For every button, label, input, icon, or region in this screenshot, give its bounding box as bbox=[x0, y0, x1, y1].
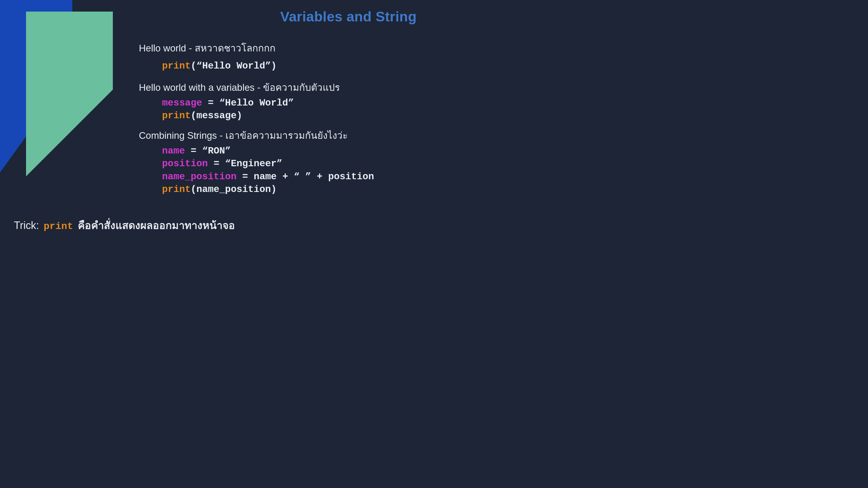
trick-desc: คือคำสั่งแสดงผลออกมาทางหน้าจอ bbox=[78, 217, 235, 234]
code-block-variables: message = “Hello World” print(message) bbox=[162, 97, 423, 123]
code-block-combining: name = “RON” position = “Engineer” name_… bbox=[162, 145, 423, 196]
code-text: = “RON” bbox=[185, 146, 230, 156]
code-keyword: message bbox=[162, 98, 202, 108]
section-heading-combining: Combining Strings - เอาข้อความมารวมกันยั… bbox=[139, 128, 423, 143]
svg-marker-1 bbox=[26, 11, 113, 176]
code-keyword: print bbox=[162, 110, 191, 121]
code-text: = “Engineer” bbox=[208, 158, 282, 169]
code-keyword: print bbox=[162, 184, 191, 195]
code-keyword: position bbox=[162, 158, 208, 169]
code-text: (message) bbox=[191, 110, 242, 121]
slide-content: Hello world - สหวาดชาวโลกกกก print(“Hell… bbox=[139, 40, 423, 201]
decorative-shapes bbox=[0, 0, 133, 188]
section-heading-variables: Hello world with a variables - ข้อความกั… bbox=[139, 80, 423, 95]
code-text: (name_position) bbox=[191, 184, 277, 195]
code-keyword: name_position bbox=[162, 171, 237, 182]
slide-title: Variables and String bbox=[280, 9, 416, 25]
trick-label: Trick: bbox=[14, 220, 39, 232]
code-keyword: name bbox=[162, 146, 185, 156]
code-keyword: print bbox=[162, 61, 191, 71]
code-text: (“Hello World”) bbox=[191, 61, 277, 71]
trick-keyword: print bbox=[44, 221, 73, 232]
trick-footer: Trick: print คือคำสั่งแสดงผลออกมาทางหน้า… bbox=[14, 217, 235, 234]
code-block-hello-world: print(“Hello World”) bbox=[162, 60, 423, 73]
svg-marker-0 bbox=[0, 0, 72, 197]
code-text: = name + “ ” + position bbox=[237, 171, 374, 182]
slide: Variables and String Hello world - สหวาด… bbox=[0, 0, 434, 244]
section-heading-hello-world: Hello world - สหวาดชาวโลกกกก bbox=[139, 40, 423, 56]
code-text: = “Hello World” bbox=[202, 98, 294, 108]
